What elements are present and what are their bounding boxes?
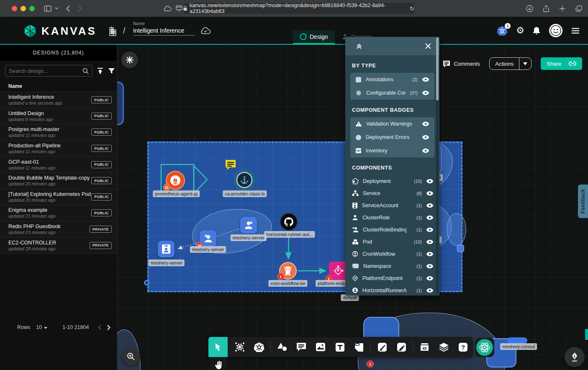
design-list-item[interactable]: Intelligent Inferenceupdated a few secon… [0,92,117,108]
design-name-input[interactable] [133,26,195,36]
share-button[interactable]: Share [541,57,582,70]
design-list-item[interactable]: Postgres multi-masterupdated 11 minutes … [0,124,117,141]
node-label[interactable]: cron-workflow-ke [268,280,307,287]
feedback-tab[interactable]: Feedback [578,185,588,218]
node-label[interactable]: meshery-server [149,260,185,266]
github-runner-node[interactable] [280,213,298,231]
by-type-row-configurable[interactable]: Configurable Compon (37) [350,86,434,100]
prometheus-node[interactable]: 21 [166,171,185,190]
component-shapes-tool[interactable] [230,337,249,357]
eye-icon[interactable] [422,121,429,127]
component-row-namespace[interactable]: Namespace (1) [345,260,439,272]
page-settings-icon[interactable] [176,5,182,11]
pen-mode-button[interactable] [565,347,585,367]
clusterrolebinding-node[interactable]: 20 [200,230,216,247]
badges-row-errors[interactable]: Deployment Errors [350,131,434,144]
node-label[interactable]: meshery-server [190,246,226,253]
snowflake-button[interactable] [121,51,138,68]
minimize-window-button[interactable] [21,6,26,11]
design-list-item[interactable]: Untitled Designupdated 9 minutes ago PUB… [0,108,117,125]
drawer-tool[interactable] [415,337,434,357]
rows-per-page-select[interactable]: 10 [36,324,47,330]
eye-icon[interactable] [426,190,434,196]
component-row-horizontalrunner[interactable]: HorizontalRunnerAutos (1) [345,284,439,295]
eye-icon[interactable] [426,215,434,221]
component-row-cronworkflow[interactable]: CronWorkflow (1) [345,248,439,260]
downloads-icon[interactable] [526,5,533,12]
eye-icon[interactable] [426,239,434,245]
badges-row-validation[interactable]: Validation Warnings [350,117,434,131]
search-input[interactable] [9,68,82,74]
eye-icon[interactable] [426,178,434,184]
component-row-pod[interactable]: Pod (10) [345,236,439,248]
image-tool[interactable] [311,337,330,357]
collapse-all-icon[interactable] [356,43,362,49]
search-icon[interactable] [82,68,89,74]
node-label[interactable]: meshery-consul [500,343,537,350]
eye-icon[interactable] [426,227,434,233]
prev-page-button[interactable] [98,325,101,330]
by-type-row-annotations[interactable]: Annotations (2) [350,73,434,86]
select-tool[interactable] [208,337,228,357]
node-label[interactable]: ca-provider-class-ls [223,190,267,197]
design-list-item[interactable]: EC2-CONTROLLERupdated 28 minutes ago PRI… [0,237,117,254]
forward-button[interactable] [78,5,82,12]
layers-tool[interactable] [434,337,453,357]
settings-gear-icon[interactable]: ⚙ [516,25,524,36]
eye-icon[interactable] [422,90,429,96]
sticky-note-tool[interactable] [349,337,369,357]
panel-scrollbar-thumb[interactable] [436,38,439,100]
draw-freehand-tool[interactable] [372,337,392,357]
zoom-button[interactable] [122,347,140,366]
component-row-deployment[interactable]: Deployment (10) [345,175,439,187]
sidebar-toggle-icon[interactable] [44,5,51,12]
cert-manager-node[interactable]: ⚓ [236,172,252,188]
icloud-icon[interactable] [163,5,172,11]
component-row-platformendpoint[interactable]: PlatformEndpoint (1) [345,272,439,284]
eye-icon[interactable] [426,203,434,208]
meshery-extension-button[interactable] [475,338,494,357]
warning-count-badge[interactable]: 21 [163,184,170,191]
next-page-button[interactable] [107,325,110,330]
close-window-button[interactable] [12,6,17,11]
zoom-window-button[interactable] [29,6,35,11]
search-box[interactable] [5,65,92,77]
badges-row-inventory[interactable]: Inventory [350,144,434,157]
back-button[interactable] [66,5,70,12]
reload-icon[interactable]: ↻ [410,5,414,12]
design-list-item[interactable]: [Tutorial] Exploring Kubernetes Podupdat… [0,189,117,206]
design-list-item[interactable]: Double Bubble Map Template-copyupdated 2… [0,173,117,189]
error-count-badge[interactable]: 1 [277,273,284,280]
selection-handle[interactable] [144,280,149,285]
tab-overview-icon[interactable] [575,5,582,12]
node-label[interactable]: horizontal-runner-aut... [264,231,315,238]
hamburger-menu-icon[interactable] [571,28,580,34]
kanvas-logo[interactable]: KANVAS [23,24,97,38]
eye-icon[interactable] [426,275,434,281]
url-bar[interactable]: kanvas.new/extension/meshmap?mode=design… [183,3,414,14]
new-tab-icon[interactable] [559,5,565,12]
close-icon[interactable] [425,43,431,49]
component-row-service[interactable]: Service (8) [345,187,439,199]
eye-icon[interactable] [422,148,429,154]
cronworkflow-node[interactable]: 1 [279,262,297,280]
organization-icon[interactable] [108,25,117,36]
annotate-pen-tool[interactable] [392,337,411,357]
shapes-tool[interactable] [272,337,292,357]
actions-split-button[interactable]: Actions [489,57,532,70]
design-list-item[interactable]: GCP-east-01updated 11 minutes ago PUBLIC [0,157,117,173]
kubernetes-tool[interactable] [249,337,269,357]
user-avatar[interactable] [549,23,563,38]
help-tool[interactable]: ? [453,337,472,357]
pan-tool[interactable] [210,357,227,370]
eye-icon[interactable] [426,288,434,293]
import-design-icon[interactable] [97,67,104,74]
component-row-serviceaccount[interactable]: ServiceAccount (1) [345,199,439,211]
chevron-down-icon[interactable] [55,7,59,10]
kubernetes-context-icon[interactable]: 1 [497,26,508,36]
design-list-item[interactable]: Redis PHP Guestbookupdated 23 minutes ag… [0,221,117,238]
component-row-clusterrolebinding[interactable]: ClusterRoleBinding (1) [345,224,439,236]
actions-label[interactable]: Actions [490,58,519,69]
eye-icon[interactable] [422,77,429,82]
eye-icon[interactable] [426,263,434,269]
